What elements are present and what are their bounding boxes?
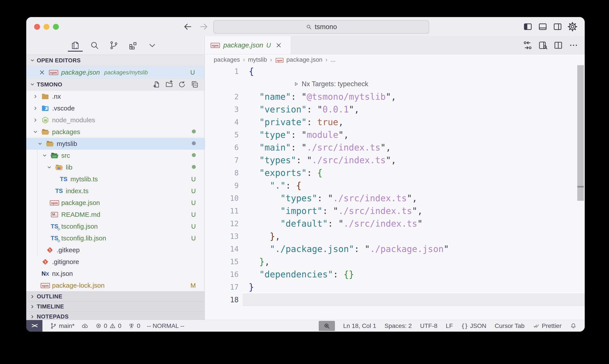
new-file-icon[interactable] <box>152 80 161 89</box>
line-number[interactable]: 7 <box>205 156 239 165</box>
tree-item-package-lock-json[interactable]: npmpackage-lock.jsonM <box>26 280 205 291</box>
tree-item-packages[interactable]: packages <box>26 126 205 138</box>
activity-item-source-control[interactable] <box>108 39 119 52</box>
line-number[interactable]: 11 <box>205 207 239 215</box>
tree-item-nx-json[interactable]: Nxnx.json <box>26 268 205 280</box>
code-line-8[interactable]: 8 "exports": { <box>205 167 585 179</box>
status-notifications-bell[interactable] <box>570 323 577 329</box>
line-number[interactable]: 16 <box>205 270 239 279</box>
line-number[interactable]: 3 <box>205 105 239 114</box>
open-changes-icon[interactable] <box>522 40 533 51</box>
tree-item--nx[interactable]: .nx <box>26 91 205 102</box>
code-line-9[interactable]: 9 ".": { <box>205 179 585 192</box>
open-preview-icon[interactable] <box>537 40 548 51</box>
code-line-14[interactable]: 14 "./package.json": "./package.json" <box>205 243 585 255</box>
line-number[interactable]: 10 <box>205 194 239 203</box>
code-line-13[interactable]: 13 }, <box>205 230 585 243</box>
status-eol-indicator[interactable]: LF <box>446 323 453 329</box>
command-center-search[interactable]: tsmono <box>213 20 429 34</box>
line-number[interactable]: 15 <box>205 258 239 266</box>
codelens-nx-targets[interactable]: Nx Targets: typecheck <box>293 80 368 88</box>
more-actions-icon[interactable] <box>568 40 579 51</box>
activity-item-explorer[interactable] <box>70 39 81 52</box>
tree-item-mytslib-ts[interactable]: TSmytslib.tsU <box>26 173 205 185</box>
tree-item-src[interactable]: </>src <box>26 150 205 161</box>
line-number[interactable]: 2 <box>205 92 239 101</box>
tree-item--gitignore[interactable]: .gitignore <box>26 256 205 268</box>
activity-item-search[interactable] <box>89 39 100 52</box>
code-line-11[interactable]: 11 "import": "./src/index.ts", <box>205 205 585 217</box>
toggle-primary-sidebar-icon[interactable] <box>522 21 533 32</box>
line-number[interactable]: 1 <box>205 67 239 76</box>
status-zoom-indicator[interactable] <box>319 321 335 331</box>
code-line-3[interactable]: 3 "version": "0.0.1", <box>205 103 585 116</box>
line-number[interactable]: 17 <box>205 283 239 291</box>
status-ports-indicator[interactable]: 0 <box>128 323 141 329</box>
code-line-10[interactable]: 10 "types": "./src/index.ts", <box>205 192 585 205</box>
line-number[interactable]: 8 <box>205 169 239 177</box>
line-number[interactable]: 14 <box>205 245 239 253</box>
refresh-icon[interactable] <box>177 80 187 89</box>
code-editor[interactable]: 1{Nx Targets: typecheck2 "name": "@tsmon… <box>205 65 585 320</box>
back-icon[interactable] <box>182 21 193 32</box>
toggle-panel-icon[interactable] <box>537 21 548 32</box>
status-cursor-position[interactable]: Ln 18, Col 1 <box>343 323 376 329</box>
code-line-18[interactable]: 18 <box>205 293 585 306</box>
code-line-2[interactable]: 2 "name": "@tsmono/mytslib", <box>205 90 585 103</box>
code-line-6[interactable]: 6 "main": "./src/index.ts", <box>205 141 585 154</box>
collapse-all-icon[interactable] <box>190 80 199 89</box>
section-header-timeline[interactable]: TIMELINE <box>26 301 205 312</box>
new-folder-icon[interactable] <box>165 80 174 89</box>
status-formatter-indicator[interactable]: Prettier <box>533 323 561 329</box>
explorer-header[interactable]: TSMONO <box>26 78 205 91</box>
tree-item-tsconfig-json[interactable]: TStsconfig.jsonU <box>26 221 205 232</box>
split-editor-icon[interactable] <box>553 40 564 51</box>
line-number[interactable]: 18 <box>205 296 239 304</box>
line-number[interactable]: 6 <box>205 143 239 152</box>
close-tab-icon[interactable] <box>275 42 282 49</box>
status-git-branch-status[interactable]: main* <box>50 323 75 329</box>
line-number[interactable]: 5 <box>205 130 239 139</box>
breadcrumb-item[interactable]: ... <box>331 56 336 63</box>
tree-item-readme-md[interactable]: M↓README.mdU <box>26 209 205 221</box>
forward-icon[interactable] <box>198 21 209 32</box>
status-indentation-indicator[interactable]: Spaces: 2 <box>385 323 412 329</box>
status-language-mode[interactable]: {}JSON <box>461 323 486 329</box>
code-line-1[interactable]: 1{ <box>205 65 585 78</box>
code-line-5[interactable]: 5 "type": "module", <box>205 129 585 141</box>
line-number[interactable]: 13 <box>205 232 239 241</box>
open-editor-item[interactable]: npmpackage.jsonpackages/mytslibU <box>26 66 205 78</box>
breadcrumb-item[interactable]: npmpackage.json <box>275 56 323 63</box>
activity-item-extensions[interactable] <box>127 39 139 52</box>
zoom-window-button[interactable] <box>53 24 59 30</box>
settings-gear-icon[interactable] <box>567 21 578 32</box>
tree-item--vscode[interactable]: .vscode <box>26 102 205 114</box>
tree-item-lib[interactable]: lib <box>26 161 205 173</box>
code-line-12[interactable]: 12 "default": "./src/index.ts" <box>205 217 585 230</box>
tree-item-package-json[interactable]: npmpackage.jsonU <box>26 197 205 209</box>
editor-scrollbar[interactable] <box>577 65 584 201</box>
status-problems-indicator[interactable]: 00 <box>95 323 121 329</box>
close-editor-icon[interactable] <box>39 69 46 76</box>
tree-item-index-ts[interactable]: TSindex.tsU <box>26 185 205 197</box>
line-number[interactable]: 12 <box>205 220 239 228</box>
line-number[interactable]: 9 <box>205 181 239 190</box>
tree-item-mytslib[interactable]: mytslib <box>26 138 205 150</box>
tree-item--gitkeep[interactable]: .gitkeep <box>26 244 205 256</box>
tree-item-node-modules[interactable]: JSnode_modules <box>26 114 205 126</box>
code-line-15[interactable]: 15 }, <box>205 255 585 268</box>
tab-package-json[interactable]: npmpackage.jsonU <box>205 36 291 54</box>
code-line-7[interactable]: 7 "types": "./src/index.ts", <box>205 154 585 167</box>
breadcrumb-item[interactable]: packages <box>214 56 240 63</box>
code-line-4[interactable]: 4 "private": true, <box>205 116 585 129</box>
activity-item-more-views[interactable] <box>147 39 158 52</box>
status-encoding-indicator[interactable]: UTF-8 <box>420 323 437 329</box>
code-line-17[interactable]: 17} <box>205 281 585 293</box>
line-number[interactable]: 4 <box>205 118 239 126</box>
status-remote-indicator[interactable]: >< <box>26 320 42 332</box>
code-line-16[interactable]: 16 "dependencies": {} <box>205 268 585 281</box>
toggle-secondary-sidebar-icon[interactable] <box>552 21 563 32</box>
tree-item-tsconfig-lib-json[interactable]: TStsconfig.lib.jsonU <box>26 232 205 244</box>
open-editors-header[interactable]: OPEN EDITORS <box>26 54 205 66</box>
section-header-outline[interactable]: OUTLINE <box>26 291 205 301</box>
